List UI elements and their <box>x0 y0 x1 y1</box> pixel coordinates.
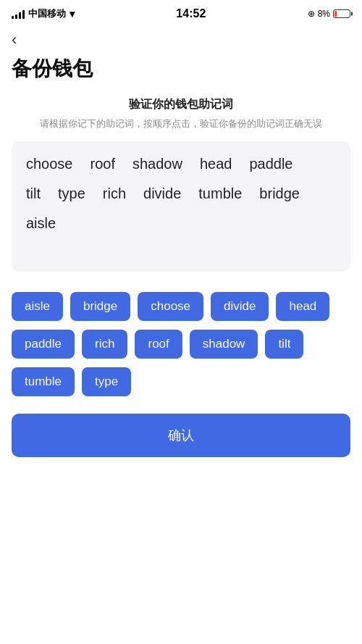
section-desc: 请根据你记下的助记词，按顺序点击，验证你备份的助记词正确无误 <box>0 117 362 131</box>
word-chip[interactable]: bridge <box>70 292 130 321</box>
word-chip[interactable]: aisle <box>12 292 63 321</box>
word-chip[interactable]: type <box>82 367 131 396</box>
page-title: 备份钱包 <box>0 52 362 97</box>
wifi-icon: ▾ <box>70 8 75 20</box>
status-bar: 中国移动 ▾ 14:52 ⊕ 8% <box>0 0 362 25</box>
section-heading: 验证你的钱包助记词 <box>0 97 362 112</box>
battery-icon: ⊕ <box>308 9 315 19</box>
battery-fill <box>334 11 337 17</box>
word-chip[interactable]: shadow <box>190 330 258 359</box>
battery-box <box>333 9 350 18</box>
display-word: type <box>58 185 85 202</box>
carrier-signal: 中国移动 ▾ <box>12 7 75 20</box>
word-chip[interactable]: paddle <box>12 330 75 359</box>
display-word: tumble <box>198 185 242 202</box>
word-display-box: chooseroofshadowheadpaddletilttyperichdi… <box>12 141 350 272</box>
word-chip[interactable]: tumble <box>12 367 75 396</box>
signal-icon <box>12 9 25 19</box>
battery-area: ⊕ 8% <box>308 9 350 19</box>
word-chip[interactable]: tilt <box>265 330 303 359</box>
display-word: aisle <box>26 215 56 232</box>
word-display-row-1: chooseroofshadowheadpaddletilttyperichdi… <box>26 156 336 239</box>
display-word: head <box>200 156 232 172</box>
battery-percent: 8% <box>318 9 330 19</box>
back-button[interactable]: ‹ <box>0 25 28 52</box>
word-chip[interactable]: divide <box>211 292 269 321</box>
display-word: tilt <box>26 185 41 202</box>
confirm-button[interactable]: 确认 <box>12 414 350 457</box>
display-word: roof <box>90 156 115 172</box>
carrier-name: 中国移动 <box>28 7 66 20</box>
display-word: divide <box>143 185 181 202</box>
word-chip[interactable]: choose <box>138 292 203 321</box>
display-word: bridge <box>259 185 300 202</box>
display-word: shadow <box>132 156 182 172</box>
status-time: 14:52 <box>176 7 206 20</box>
display-word: paddle <box>249 156 292 172</box>
display-word: choose <box>26 156 73 172</box>
word-chip[interactable]: rich <box>82 330 127 359</box>
word-chip[interactable]: roof <box>135 330 182 359</box>
display-word: rich <box>103 185 126 202</box>
chips-container: aislebridgechoosedivideheadpaddlerichroo… <box>0 292 362 396</box>
word-chip[interactable]: head <box>276 292 329 321</box>
